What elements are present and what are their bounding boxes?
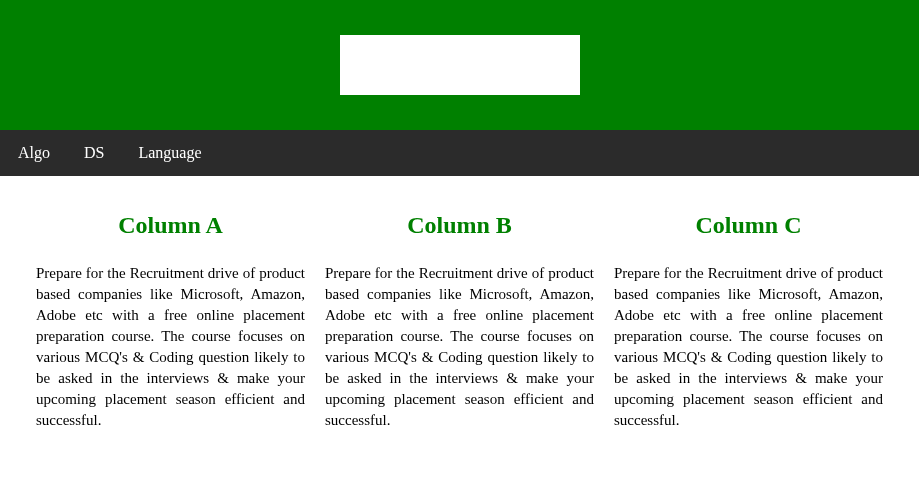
column-c-body: Prepare for the Recruitment drive of pro… bbox=[614, 263, 883, 431]
header-banner bbox=[0, 0, 919, 130]
column-b-body: Prepare for the Recruitment drive of pro… bbox=[325, 263, 594, 431]
nav-item-ds[interactable]: DS bbox=[84, 144, 104, 162]
column-c: Column C Prepare for the Recruitment dri… bbox=[614, 212, 883, 431]
column-b-title: Column B bbox=[325, 212, 594, 239]
column-b: Column B Prepare for the Recruitment dri… bbox=[325, 212, 594, 431]
navbar: Algo DS Language bbox=[0, 130, 919, 176]
column-c-title: Column C bbox=[614, 212, 883, 239]
nav-item-language[interactable]: Language bbox=[138, 144, 201, 162]
column-a: Column A Prepare for the Recruitment dri… bbox=[36, 212, 305, 431]
header-logo-placeholder bbox=[340, 35, 580, 95]
column-a-body: Prepare for the Recruitment drive of pro… bbox=[36, 263, 305, 431]
nav-item-algo[interactable]: Algo bbox=[18, 144, 50, 162]
columns-container: Column A Prepare for the Recruitment dri… bbox=[0, 176, 919, 451]
column-a-title: Column A bbox=[36, 212, 305, 239]
